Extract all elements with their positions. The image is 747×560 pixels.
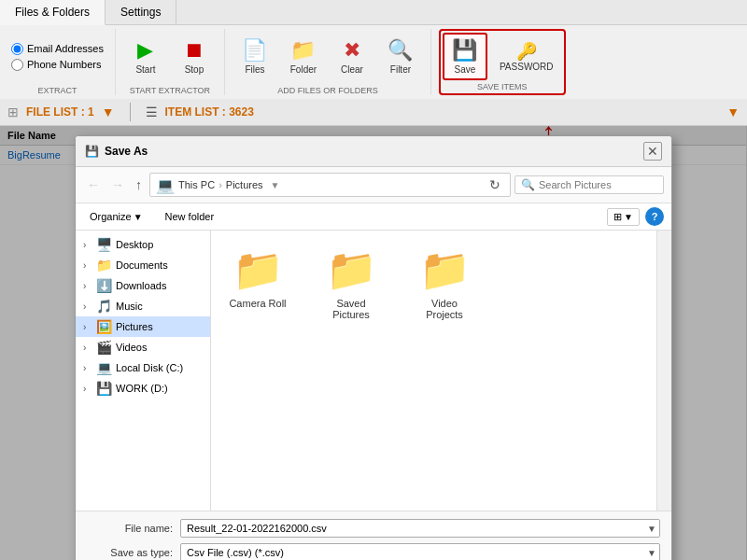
dialog-titlebar: 💾 Save As ✕ [76, 136, 671, 167]
work-disk-icon: 💾 [96, 381, 112, 396]
save-button[interactable]: 💾 Save [443, 33, 487, 80]
save-group-label: SAVE ITEMS [477, 82, 527, 91]
email-radio[interactable]: Email Addresses [11, 43, 104, 55]
add-files-group: 📄 Files 📁 Folder ✖ Clear 🔍 Filter ADD FI… [233, 29, 431, 95]
nav-panel: › 🖥️ Desktop › 📁 Documents › ⬇️ Download… [76, 231, 211, 511]
nav-item-documents[interactable]: › 📁 Documents [76, 255, 210, 275]
camera-roll-icon: 📁 [233, 245, 284, 294]
password-icon: 🔑 [516, 41, 537, 62]
new-folder-button[interactable]: New folder [157, 208, 223, 225]
radio-group: Email Addresses Phone Numbers [7, 39, 107, 75]
save-icon: 💾 [452, 38, 477, 63]
view-dropdown-icon: ▼ [624, 212, 633, 222]
organize-dropdown-icon: ▼ [134, 212, 143, 222]
save-as-dialog: 💾 Save As ✕ ← → ↑ 💻 This PC › Pictures ▼… [75, 135, 672, 560]
filter-button[interactable]: 🔍 Filter [378, 34, 423, 79]
saved-pictures-icon: 📁 [326, 245, 377, 294]
folder-icon: 📁 [290, 38, 316, 63]
video-projects-icon: 📁 [419, 245, 471, 294]
add-files-group-label: ADD FILES OR FOLDERS [277, 86, 378, 95]
file-list-label: FILE LIST : 1 [26, 105, 94, 119]
filetype-label: Save as type: [87, 547, 180, 558]
videos-icon: 🎬 [96, 340, 112, 355]
breadcrumb: 💻 This PC › Pictures ▼ ↻ [149, 173, 511, 197]
breadcrumb-dropdown[interactable]: ▼ [271, 180, 280, 190]
stop-icon: ⏹ [184, 38, 204, 63]
nav-bar: ← → ↑ 💻 This PC › Pictures ▼ ↻ 🔍 [76, 167, 671, 203]
folder-saved-pictures[interactable]: 📁 Saved Pictures [314, 240, 388, 326]
dialog-title: 💾 Save As [85, 145, 148, 158]
extract-group-label: EXTRACT [37, 86, 77, 95]
filetype-row: Save as type: Csv File (.csv) (*.csv) ▼ [87, 543, 660, 560]
tab-settings[interactable]: Settings [106, 0, 176, 24]
filename-input[interactable] [180, 519, 660, 538]
start-icon: ▶ [137, 38, 153, 63]
nav-item-work-disk[interactable]: › 💾 WORK (D:) [76, 378, 210, 399]
list-bar: ⊞ FILE LIST : 1 ▼ ☰ ITEM LIST : 3623 ▼ [0, 99, 747, 126]
filetype-select[interactable]: Csv File (.csv) (*.csv) [180, 543, 660, 560]
dialog-close-button[interactable]: ✕ [643, 142, 662, 161]
start-group-label: START EXTRACTOR [130, 86, 210, 95]
pictures-icon: 🖼️ [96, 319, 112, 334]
clear-button[interactable]: ✖ Clear [330, 34, 374, 79]
view-button[interactable]: ⊞ ▼ [607, 208, 640, 226]
downloads-icon: ⬇️ [96, 278, 112, 293]
tab-files-folders[interactable]: Files & Folders [0, 0, 106, 25]
search-icon: 🔍 [521, 178, 535, 191]
divider [130, 103, 131, 121]
save-group: 💾 Save 🔑 PASSWORD SAVE ITEMS [439, 29, 566, 95]
forward-button[interactable]: → [107, 175, 128, 194]
dialog-body: › 🖥️ Desktop › 📁 Documents › ⬇️ Download… [76, 231, 671, 511]
dialog-form: File name: ▼ Save as type: Csv File (.cs… [76, 511, 671, 560]
back-button[interactable]: ← [83, 175, 104, 194]
start-button[interactable]: ▶ Start [123, 34, 168, 79]
files-button[interactable]: 📄 Files [233, 34, 277, 79]
local-disk-icon: 💻 [96, 360, 112, 375]
documents-icon: 📁 [96, 258, 112, 273]
file-list-filter-icon: ▼ [102, 105, 115, 119]
item-filter-icon: ▼ [726, 105, 740, 119]
folder-video-projects[interactable]: 📁 Video Projects [407, 240, 482, 326]
filter-icon: 🔍 [388, 38, 413, 63]
nav-item-downloads[interactable]: › ⬇️ Downloads [76, 275, 210, 296]
help-button[interactable]: ? [645, 207, 664, 226]
organize-button[interactable]: Organize ▼ [83, 208, 149, 225]
filename-row: File name: ▼ [87, 519, 660, 538]
music-icon: 🎵 [96, 299, 112, 314]
grid-icon: ⊞ [7, 105, 19, 119]
extract-group: Email Addresses Phone Numbers EXTRACT [7, 29, 116, 95]
nav-item-desktop[interactable]: › 🖥️ Desktop [76, 234, 210, 255]
content-panel: 📁 Camera Roll 📁 Saved Pictures 📁 Video P… [211, 231, 656, 511]
folder-camera-roll[interactable]: 📁 Camera Roll [220, 240, 295, 326]
desktop-icon: 🖥️ [96, 237, 112, 252]
tab-bar: Files & Folders Settings [0, 0, 747, 25]
nav-item-local-disk[interactable]: › 💻 Local Disk (C:) [76, 357, 210, 378]
scrollbar[interactable] [656, 231, 671, 511]
nav-item-music[interactable]: › 🎵 Music [76, 296, 210, 316]
this-pc-icon: 💻 [156, 176, 175, 194]
files-icon: 📄 [242, 38, 267, 63]
filename-label: File name: [87, 523, 180, 534]
nav-item-videos[interactable]: › 🎬 Videos [76, 337, 210, 357]
item-list-label: ITEM LIST : 3623 [165, 105, 254, 119]
main-area: File Name BigResume ↑ 💾 Save As ✕ ← → ↑ … [0, 126, 747, 560]
start-group: ▶ Start ⏹ Stop START EXTRACTOR [123, 29, 225, 95]
search-box: 🔍 [514, 175, 664, 194]
stop-button[interactable]: ⏹ Stop [172, 34, 217, 79]
folder-button[interactable]: 📁 Folder [281, 34, 326, 79]
phone-radio[interactable]: Phone Numbers [11, 59, 104, 71]
save-as-dialog-overlay: 💾 Save As ✕ ← → ↑ 💻 This PC › Pictures ▼… [0, 126, 747, 560]
up-button[interactable]: ↑ [132, 175, 146, 194]
password-button[interactable]: 🔑 PASSWORD [491, 36, 562, 77]
clear-icon: ✖ [344, 38, 360, 63]
dialog-toolbar: Organize ▼ New folder ⊞ ▼ ? [76, 203, 671, 231]
ribbon: Email Addresses Phone Numbers EXTRACT ▶ … [0, 25, 747, 99]
nav-item-pictures[interactable]: › 🖼️ Pictures [76, 316, 210, 337]
dialog-title-icon: 💾 [85, 145, 99, 158]
list-icon: ☰ [146, 105, 158, 119]
refresh-button[interactable]: ↻ [486, 175, 504, 194]
view-icon: ⊞ [613, 211, 622, 223]
search-input[interactable] [539, 179, 651, 190]
